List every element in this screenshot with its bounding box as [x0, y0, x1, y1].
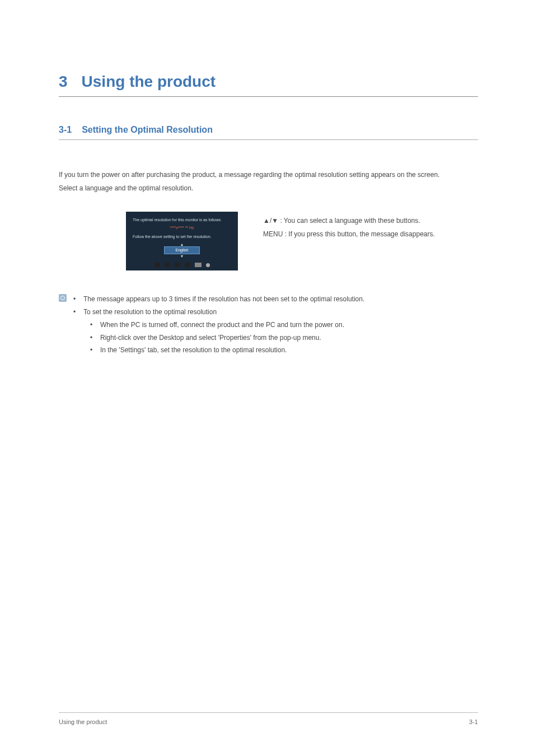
note-sub-2: Right-click over the Desktop and select … [90, 332, 364, 344]
osd-icon-6 [206, 263, 210, 267]
intro-paragraph: If you turn the power on after purchasin… [59, 168, 478, 195]
osd-icon-row [133, 263, 231, 267]
section-title: 3-1Setting the Optimal Resolution [59, 125, 478, 140]
note-item-2: To set the resolution to the optimal res… [73, 306, 364, 357]
desc-arrows: ▲/▼ : You can select a language with the… [263, 214, 435, 227]
note-list: The message appears up to 3 times if the… [73, 293, 364, 357]
chapter-title-text: Using the product [82, 73, 216, 90]
osd-language: English [164, 246, 200, 254]
osd-figure: The optimal resolution for this monitor … [126, 212, 238, 270]
footer-right: 3-1 [469, 718, 478, 725]
desc-menu: MENU : If you press this button, the mes… [263, 227, 435, 241]
osd-line-2: Follow the above setting to set the reso… [133, 234, 231, 240]
footer-left: Using the product [59, 718, 107, 725]
chapter-number: 3 [59, 73, 68, 91]
section-number: 3-1 [59, 125, 72, 135]
description-list: ▲/▼ : You can select a language with the… [263, 212, 435, 241]
osd-icon-5 [195, 263, 202, 267]
osd-line-1: The optimal resolution for this monitor … [133, 217, 231, 223]
intro-line-2: Select a language and the optimal resolu… [59, 181, 478, 195]
osd-icon-2 [165, 263, 170, 267]
osd-resolution: ****x**** ** Hz [133, 225, 231, 231]
osd-icon-3 [175, 263, 180, 267]
section-title-text: Setting the Optimal Resolution [82, 125, 213, 134]
down-arrow-icon: ▼ [133, 254, 231, 258]
note-sub-1: When the PC is turned off, connect the p… [90, 319, 364, 332]
chapter-title: 3Using the product [59, 73, 478, 97]
page-footer: Using the product 3-1 [59, 712, 478, 725]
osd-icon-4 [185, 263, 190, 267]
up-arrow-icon: ▲ [133, 242, 231, 246]
note-sub-3: In the 'Settings' tab, set the resolutio… [90, 344, 364, 357]
note-icon [59, 294, 67, 302]
intro-line-1: If you turn the power on after purchasin… [59, 168, 478, 181]
osd-icon-1 [154, 263, 160, 267]
note-item-1: The message appears up to 3 times if the… [73, 293, 364, 306]
